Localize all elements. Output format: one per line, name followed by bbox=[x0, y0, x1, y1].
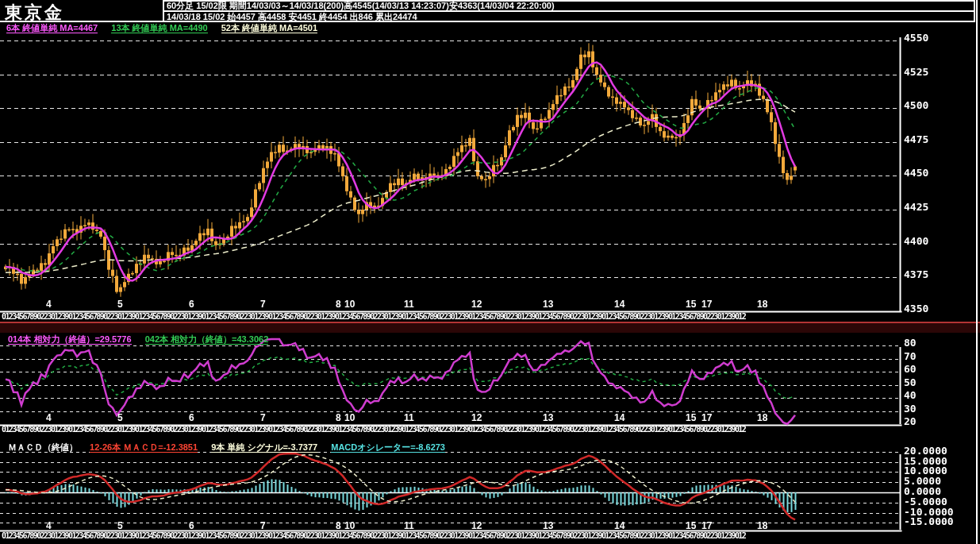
date-tick-macd-13: 13 bbox=[543, 520, 553, 531]
rsi-axis-label-70: 70 bbox=[904, 350, 917, 362]
date-tick-macd-17: 17 bbox=[701, 520, 712, 531]
date-tick-rsi-17: 17 bbox=[701, 412, 712, 423]
ma52-legend[interactable]: 52本 終値単純 MA=4501 bbox=[221, 23, 317, 33]
rsi-axis-label-80: 80 bbox=[904, 337, 917, 349]
price-axis-label-4525: 4525 bbox=[904, 66, 928, 78]
rsi-axis-label-40: 40 bbox=[904, 389, 917, 401]
date-tick-rsi-15: 15 bbox=[686, 412, 696, 423]
chart-period-info: 60分足 15/02限 期間14/03/03～14/03/18(200)高454… bbox=[167, 0, 555, 12]
price-axis-label-4350: 4350 bbox=[904, 303, 928, 314]
current-bar-ohlc-info: 14/03/18 15/02 始4457 高4458 安4451 終4454 出… bbox=[167, 11, 417, 23]
date-tick-rsi-6: 6 bbox=[189, 412, 194, 423]
macd-oscillator-legend[interactable]: MACDオシレーター=-8.6273 bbox=[331, 442, 445, 453]
hour-axis-row-rsi: 0123456789022301239012345678902230123901… bbox=[2, 425, 803, 434]
price-axis-label-4400: 4400 bbox=[904, 235, 928, 247]
rsi-axis-label-50: 50 bbox=[904, 376, 917, 388]
macd-axis-label--15.0000: -15.0000 bbox=[904, 515, 954, 527]
date-tick-macd-15: 15 bbox=[686, 520, 696, 531]
info-box-right-border bbox=[974, 0, 975, 21]
date-tick-macd-11: 11 bbox=[404, 520, 414, 531]
date-tick-rsi-5: 5 bbox=[117, 412, 123, 423]
date-tick-main-11: 11 bbox=[404, 299, 414, 310]
ma13-legend[interactable]: 13本 終値単純 MA=4490 bbox=[111, 23, 207, 33]
date-tick-macd-5: 5 bbox=[117, 520, 123, 531]
date-tick-main-4: 4 bbox=[46, 299, 52, 310]
price-axis-label-4425: 4425 bbox=[904, 201, 928, 213]
date-tick-macd-8: 8 bbox=[336, 520, 341, 531]
macd-legend: ＭＡＣＤ（終値） 12-26本 ＭＡＣＤ=-12.3851 9本 単純 シグナル… bbox=[8, 442, 456, 453]
signal-line-legend[interactable]: 9本 単純 シグナル=-3.7377 bbox=[211, 442, 317, 453]
date-tick-macd-10: 10 bbox=[344, 520, 355, 531]
date-tick-main-13: 13 bbox=[543, 299, 553, 310]
chart-canvas[interactable] bbox=[0, 0, 980, 544]
date-tick-macd-4: 4 bbox=[46, 520, 52, 531]
price-axis-label-4475: 4475 bbox=[904, 133, 928, 145]
date-tick-main-18: 18 bbox=[757, 299, 767, 310]
date-tick-macd-7: 7 bbox=[260, 520, 266, 531]
panel-separator bbox=[0, 322, 980, 333]
date-tick-main-15: 15 bbox=[686, 299, 696, 310]
rsi-axis-label-60: 60 bbox=[904, 363, 917, 375]
date-tick-rsi-12: 12 bbox=[471, 412, 482, 423]
screen-right-border bbox=[976, 0, 978, 544]
ma6-legend[interactable]: 6本 終値単純 MA=4467 bbox=[6, 23, 98, 33]
macd-line-legend[interactable]: 12-26本 ＭＡＣＤ=-12.3851 bbox=[90, 442, 198, 453]
rsi14-legend[interactable]: 014本 相対力（終値）=29.5776 bbox=[8, 334, 132, 345]
date-tick-main-7: 7 bbox=[260, 299, 266, 310]
info-box-left-border bbox=[163, 0, 164, 21]
trading-chart-screen: 東京金 60分足 15/02限 期間14/03/03～14/03/18(200)… bbox=[0, 0, 980, 544]
price-axis-label-4450: 4450 bbox=[904, 167, 928, 179]
price-axis-label-4550: 4550 bbox=[904, 32, 928, 44]
date-tick-main-8: 8 bbox=[336, 299, 341, 310]
date-tick-macd-14: 14 bbox=[614, 520, 625, 531]
date-tick-macd-12: 12 bbox=[471, 520, 482, 531]
rsi-legend: 014本 相対力（終値）=29.5776 042本 相対力（終値）=43.306… bbox=[8, 334, 279, 345]
ma-legend: 6本 終値単純 MA=4467 13本 終値単純 MA=4490 52本 終値単… bbox=[6, 22, 329, 34]
date-tick-main-6: 6 bbox=[189, 299, 194, 310]
date-tick-rsi-14: 14 bbox=[614, 412, 625, 423]
date-tick-rsi-18: 18 bbox=[757, 412, 767, 423]
hour-axis-row-main: 0123456789022301239012345678902230123901… bbox=[2, 312, 803, 322]
rsi-axis-label-30: 30 bbox=[904, 403, 917, 415]
date-tick-rsi-11: 11 bbox=[404, 412, 414, 423]
rsi-axis-label-20: 20 bbox=[904, 415, 917, 427]
date-tick-rsi-10: 10 bbox=[344, 412, 355, 423]
date-tick-main-14: 14 bbox=[614, 299, 625, 310]
date-tick-rsi-8: 8 bbox=[336, 412, 341, 423]
date-tick-rsi-4: 4 bbox=[46, 412, 52, 423]
macd-legend-prefix: ＭＡＣＤ（終値） bbox=[8, 442, 78, 452]
date-tick-rsi-7: 7 bbox=[260, 412, 266, 423]
hour-axis-row-macd: 0123456789022301239012345678902230123901… bbox=[2, 531, 803, 541]
date-tick-macd-18: 18 bbox=[757, 520, 767, 531]
price-axis-label-4375: 4375 bbox=[904, 268, 928, 280]
date-tick-main-17: 17 bbox=[701, 299, 712, 310]
date-tick-main-12: 12 bbox=[471, 299, 482, 310]
price-axis-label-4500: 4500 bbox=[904, 99, 928, 111]
rsi42-legend[interactable]: 042本 相対力（終値）=43.3062 bbox=[145, 334, 269, 345]
date-tick-macd-6: 6 bbox=[189, 520, 194, 531]
date-tick-main-5: 5 bbox=[117, 299, 123, 310]
date-tick-rsi-13: 13 bbox=[543, 412, 553, 423]
date-tick-main-10: 10 bbox=[344, 299, 355, 310]
